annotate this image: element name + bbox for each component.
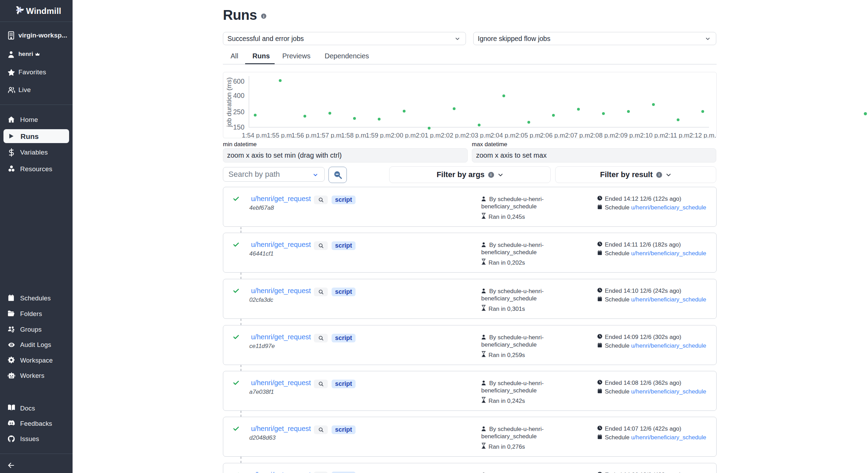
svg-text:2:11 p.m.: 2:11 p.m. [665,132,691,138]
svg-text:150: 150 [233,123,244,131]
svg-text:2:10 p.m.: 2:10 p.m. [640,132,667,138]
svg-text:2:09 p.m.: 2:09 p.m. [615,132,642,138]
svg-text:2:03 p.m.: 2:03 p.m. [466,132,492,138]
svg-text:250: 250 [233,108,244,116]
svg-text:2:05 p.m.: 2:05 p.m. [515,132,542,138]
svg-text:1:57 p.m.: 1:57 p.m. [316,132,343,138]
svg-text:2:02 p.m.: 2:02 p.m. [441,132,467,138]
svg-text:1:59 p.m.: 1:59 p.m. [366,132,392,138]
svg-text:1:56 p.m.: 1:56 p.m. [291,132,318,138]
svg-text:1:55 p.m.: 1:55 p.m. [267,132,293,138]
svg-text:1:58 p.m.: 1:58 p.m. [341,132,368,138]
svg-text:2:07 p.m.: 2:07 p.m. [565,132,592,138]
svg-text:2:12 p.m.: 2:12 p.m. [689,132,716,138]
svg-text:2:08 p.m.: 2:08 p.m. [590,132,617,138]
svg-text:2:00 p.m.: 2:00 p.m. [391,132,417,138]
svg-text:1:54 p.m.: 1:54 p.m. [242,132,268,138]
svg-text:400: 400 [233,92,244,99]
svg-text:2:06 p.m.: 2:06 p.m. [540,132,567,138]
svg-text:2:04 p.m.: 2:04 p.m. [490,132,517,138]
svg-text:2:01 p.m.: 2:01 p.m. [416,132,442,138]
svg-text:600: 600 [233,77,244,85]
